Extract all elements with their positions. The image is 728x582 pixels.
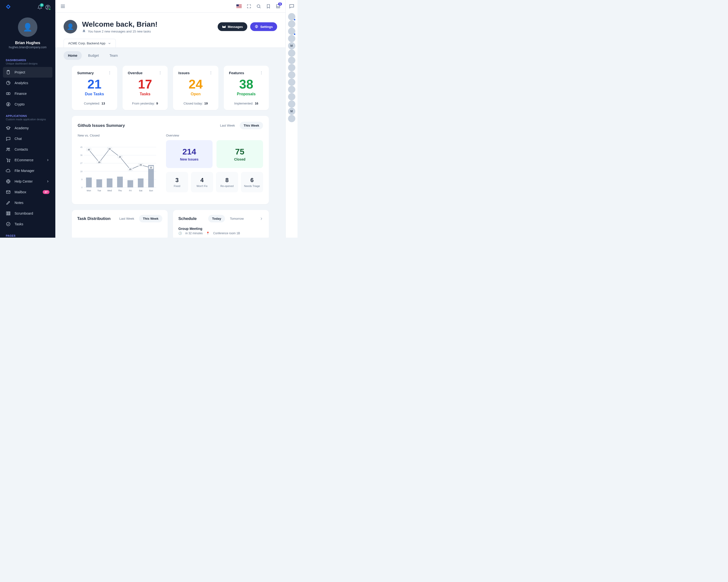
cloud-icon (6, 168, 11, 173)
contact-avatar[interactable] (288, 101, 295, 108)
sidebar-item-project[interactable]: Project (3, 67, 52, 78)
page-title: Welcome back, Brian! (82, 20, 157, 28)
contact-avatar[interactable] (288, 93, 295, 101)
contact-avatar[interactable] (288, 50, 295, 57)
svg-text:45: 45 (80, 146, 83, 148)
github-chart: 0918273645MonTueWedThuFriSatSun422843342… (78, 140, 158, 198)
project-select[interactable]: ACME Corp. Backend App (63, 39, 116, 48)
svg-point-24 (160, 71, 160, 72)
columns-icon (6, 211, 11, 216)
tab-budget[interactable]: Budget (84, 51, 103, 60)
chevron-right-icon (46, 180, 50, 183)
mail-icon (6, 190, 11, 194)
nav-heading: APPLICATIONS (0, 113, 55, 118)
svg-text:34: 34 (119, 156, 121, 158)
contact-avatar[interactable] (288, 86, 295, 93)
toggle-last-week[interactable]: Last Week (216, 122, 239, 129)
nav-heading: DASHBOARDS (0, 57, 55, 62)
svg-text:Mon: Mon (87, 189, 91, 192)
tab-home[interactable]: Home (63, 51, 82, 60)
fullscreen-icon[interactable] (246, 4, 252, 9)
search-icon[interactable] (256, 4, 261, 9)
svg-text:Fri: Fri (129, 189, 132, 192)
summary-card-issues: Issues24OpenClosed today:19 (173, 66, 218, 110)
svg-point-31 (261, 73, 262, 73)
bookmark-icon[interactable] (266, 4, 271, 9)
menu-icon[interactable] (60, 4, 66, 9)
nav-subheading: Custom made application designs (0, 118, 55, 123)
flag-icon[interactable] (236, 4, 242, 8)
dollar-icon (6, 102, 11, 107)
pin-icon: 📍 (206, 231, 210, 235)
github-title: Github Issues Summary (78, 123, 125, 128)
sidebar-item-file-manager[interactable]: File Manager (0, 165, 55, 176)
contact-avatar[interactable] (288, 20, 295, 28)
schedule-item[interactable]: Group Meeting🕒in 32 minutes📍Conference r… (178, 227, 263, 235)
contact-avatar[interactable] (288, 79, 295, 86)
contact-avatar[interactable] (288, 115, 295, 122)
welcome-avatar: 👤 (63, 20, 77, 33)
sidebar-item-academy[interactable]: Academy (0, 123, 55, 133)
sidebar-item-tasks[interactable]: Tasks (0, 219, 55, 229)
svg-rect-15 (6, 212, 7, 215)
chat-drawer-icon[interactable] (289, 3, 294, 9)
toggle-this-week[interactable]: This Week (139, 215, 162, 222)
svg-point-9 (8, 148, 10, 149)
svg-rect-17 (9, 212, 10, 215)
nav-subheading: Unique dashboard designs (0, 62, 55, 67)
sidebar-item-crypto[interactable]: Crypto (0, 99, 55, 110)
messages-button[interactable]: Messages (218, 22, 247, 31)
contact-avatar[interactable] (288, 28, 295, 35)
contact-avatar[interactable] (288, 13, 295, 20)
svg-point-23 (109, 74, 110, 74)
svg-rect-56 (127, 180, 133, 188)
sidebar-item-finance[interactable]: Finance (0, 88, 55, 99)
toggle-this-week[interactable]: This Week (240, 122, 263, 129)
sidebar-top: 3 (0, 0, 55, 15)
topbar: 5 (55, 0, 285, 12)
sidebar-item-chat[interactable]: Chat (0, 133, 55, 144)
sidebar-item-help-center[interactable]: Help Center (0, 176, 55, 187)
toggle-today[interactable]: Today (208, 215, 225, 222)
settings-button[interactable]: Settings (250, 22, 277, 31)
toggle-last-week[interactable]: Last Week (115, 215, 138, 222)
card-menu-icon[interactable] (158, 71, 162, 75)
contact-avatar[interactable] (288, 64, 295, 71)
profile-status-icon[interactable] (45, 5, 50, 10)
sidebar-item-mailbox[interactable]: Mailbox27 (0, 187, 55, 197)
card-menu-icon[interactable] (259, 71, 263, 75)
svg-point-21 (109, 71, 110, 72)
tab-team[interactable]: Team (105, 51, 122, 60)
clock-icon: 🕒 (178, 231, 182, 235)
inbox-icon[interactable]: 5 (276, 4, 281, 9)
chevron-right-icon (46, 158, 50, 162)
profile-email: hughes.brian@company.com (9, 46, 46, 49)
svg-text:43: 43 (108, 148, 111, 150)
svg-point-1 (47, 6, 49, 7)
svg-text:Thu: Thu (118, 189, 122, 192)
svg-text:25: 25 (139, 164, 142, 166)
sidebar-item-scrumboard[interactable]: Scrumboard (0, 208, 55, 219)
contact-avatar[interactable]: M (288, 108, 295, 115)
github-panel: Github Issues Summary Last WeekThis Week… (72, 116, 269, 204)
card-menu-icon[interactable] (107, 71, 112, 75)
toggle-tomorrow[interactable]: Tomorrow (226, 215, 248, 222)
contact-avatar[interactable] (288, 57, 295, 64)
contact-avatar[interactable] (288, 35, 295, 42)
task-distribution-panel: Task Distribution Last WeekThis Week (72, 210, 168, 238)
notifications-icon[interactable]: 3 (37, 5, 42, 10)
mini-card: 4Won't Fix (191, 172, 213, 192)
svg-point-32 (261, 74, 262, 74)
sidebar-item-ecommerce[interactable]: ECommerce (0, 155, 55, 165)
sidebar-item-contacts[interactable]: Contacts (0, 144, 55, 155)
card-menu-icon[interactable] (209, 71, 213, 75)
svg-point-28 (210, 73, 211, 73)
sidebar: 3 👤 Brian Hughes hughes.brian@company.co… (0, 0, 55, 238)
sidebar-item-notes[interactable]: Notes (0, 197, 55, 208)
svg-point-11 (9, 161, 10, 162)
sidebar-item-analytics[interactable]: Analytics (0, 78, 55, 88)
chevron-right-icon[interactable] (259, 217, 263, 221)
contact-avatar[interactable] (288, 71, 295, 79)
contact-avatar[interactable]: M (288, 42, 295, 50)
avatar[interactable]: 👤 (18, 18, 37, 37)
